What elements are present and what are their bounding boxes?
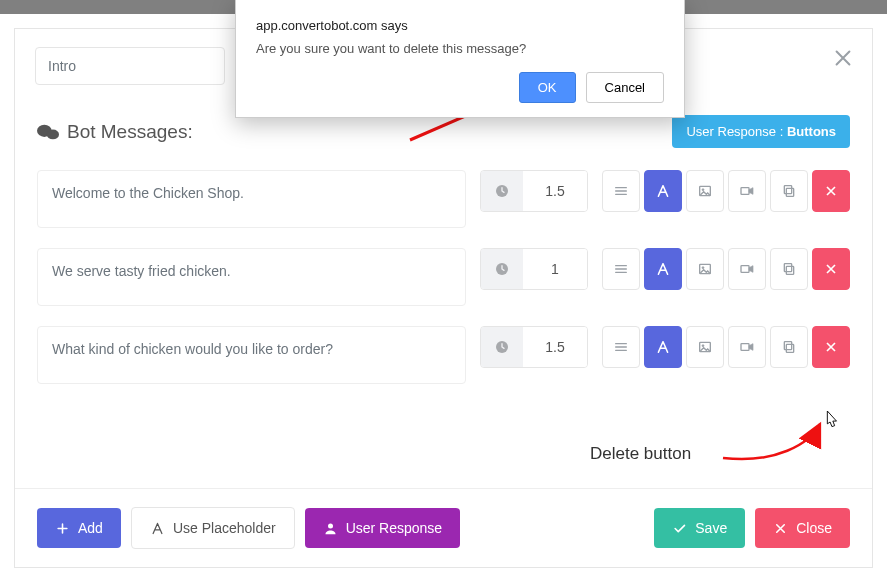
- delay-field[interactable]: [480, 248, 588, 290]
- svg-point-1: [47, 129, 59, 139]
- svg-point-10: [702, 267, 704, 269]
- svg-rect-5: [741, 188, 749, 195]
- svg-rect-6: [786, 188, 793, 196]
- svg-point-16: [702, 345, 704, 347]
- svg-rect-12: [786, 266, 793, 274]
- cursor-pointer-icon: [820, 409, 842, 435]
- svg-point-20: [328, 523, 333, 528]
- text-type-button[interactable]: [644, 170, 682, 212]
- delay-field[interactable]: [480, 326, 588, 368]
- modal-close-button[interactable]: [832, 47, 854, 69]
- drag-handle-button[interactable]: [602, 170, 640, 212]
- clock-icon: [481, 249, 523, 289]
- clock-icon: [481, 327, 523, 367]
- close-button[interactable]: Close: [755, 508, 850, 548]
- drag-handle-button[interactable]: [602, 326, 640, 368]
- svg-rect-13: [784, 264, 791, 272]
- copy-button[interactable]: [770, 248, 808, 290]
- svg-rect-18: [786, 344, 793, 352]
- user-response-mode-pill[interactable]: User Response : Buttons: [672, 115, 850, 148]
- text-type-button[interactable]: [644, 248, 682, 290]
- image-button[interactable]: [686, 248, 724, 290]
- message-text-input[interactable]: What kind of chicken would you like to o…: [37, 326, 466, 384]
- confirm-ok-button[interactable]: OK: [519, 72, 576, 103]
- delete-button[interactable]: [812, 248, 850, 290]
- browser-confirm-dialog: app.convertobot.com says Are you sure yo…: [235, 0, 685, 118]
- save-button[interactable]: Save: [654, 508, 745, 548]
- message-group-title-input[interactable]: [35, 47, 225, 85]
- delay-value-input[interactable]: [523, 171, 587, 211]
- confirm-message-text: Are you sure you want to delete this mes…: [256, 41, 664, 56]
- text-type-button[interactable]: [644, 326, 682, 368]
- svg-rect-11: [741, 266, 749, 273]
- message-row: We serve tasty fried chicken.: [15, 238, 872, 316]
- svg-rect-19: [784, 342, 791, 350]
- video-button[interactable]: [728, 248, 766, 290]
- video-button[interactable]: [728, 170, 766, 212]
- delay-value-input[interactable]: [523, 249, 587, 289]
- svg-rect-7: [784, 186, 791, 194]
- confirm-cancel-button[interactable]: Cancel: [586, 72, 664, 103]
- svg-point-4: [702, 189, 704, 191]
- message-text-input[interactable]: Welcome to the Chicken Shop.: [37, 170, 466, 228]
- add-button[interactable]: Add: [37, 508, 121, 548]
- image-button[interactable]: [686, 326, 724, 368]
- section-heading: Bot Messages:: [37, 121, 193, 143]
- use-placeholder-button[interactable]: Use Placeholder: [131, 507, 295, 549]
- chat-icon: [37, 123, 59, 141]
- delete-button[interactable]: [812, 326, 850, 368]
- drag-handle-button[interactable]: [602, 248, 640, 290]
- message-text-input[interactable]: We serve tasty fried chicken.: [37, 248, 466, 306]
- message-row: What kind of chicken would you like to o…: [15, 316, 872, 394]
- confirm-host-text: app.convertobot.com says: [256, 18, 664, 33]
- modal-footer: Add Use Placeholder User Response Save C…: [15, 488, 872, 567]
- section-title-text: Bot Messages:: [67, 121, 193, 143]
- image-button[interactable]: [686, 170, 724, 212]
- delay-value-input[interactable]: [523, 327, 587, 367]
- copy-button[interactable]: [770, 326, 808, 368]
- clock-icon: [481, 171, 523, 211]
- video-button[interactable]: [728, 326, 766, 368]
- message-row: Welcome to the Chicken Shop.: [15, 160, 872, 238]
- user-response-button[interactable]: User Response: [305, 508, 461, 548]
- copy-button[interactable]: [770, 170, 808, 212]
- annotation-delete-label: Delete button: [590, 444, 691, 464]
- delete-button[interactable]: [812, 170, 850, 212]
- delay-field[interactable]: [480, 170, 588, 212]
- svg-rect-17: [741, 344, 749, 351]
